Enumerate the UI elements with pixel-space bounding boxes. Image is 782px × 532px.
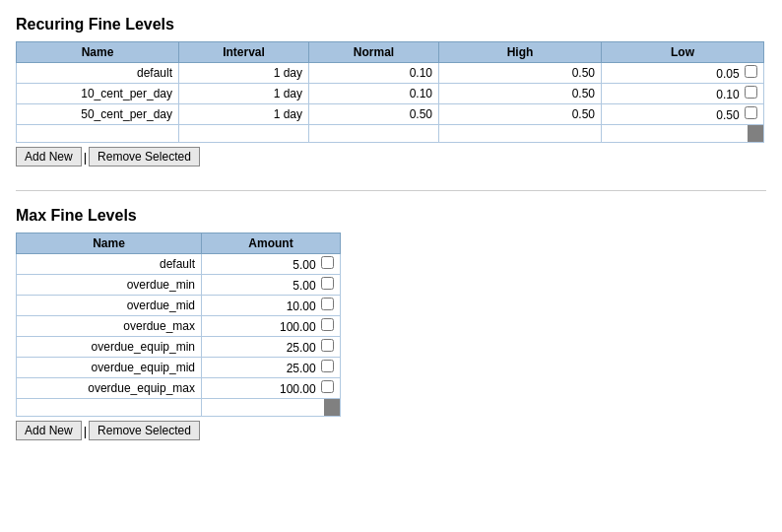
max-row-checkbox[interactable] (321, 380, 334, 393)
recurring-cell-low: 0.10 (602, 84, 764, 104)
max-cell-amount: 100.00 (202, 378, 341, 399)
max-cell-name: overdue_max (17, 316, 202, 337)
recurring-add-button[interactable]: Add New (16, 147, 82, 166)
recurring-cell-name: default (17, 63, 179, 84)
recurring-title: Recuring Fine Levels (16, 16, 766, 33)
max-cell-name: overdue_equip_max (17, 378, 202, 399)
max-empty-row (17, 399, 341, 417)
max-row-checkbox[interactable] (321, 256, 334, 269)
max-cell-name: overdue_equip_mid (17, 358, 202, 378)
max-toolbar: Add New | Remove Selected (16, 421, 766, 440)
recurring-remove-button[interactable]: Remove Selected (89, 147, 200, 166)
max-row-checkbox[interactable] (321, 298, 334, 310)
recurring-row: default 1 day 0.10 0.50 0.05 (17, 63, 764, 84)
recurring-row-checkbox[interactable] (745, 65, 757, 78)
max-section: Max Fine Levels Name Amount default 5.00… (16, 207, 766, 440)
recurring-col-name: Name (17, 42, 179, 63)
max-row-checkbox[interactable] (321, 360, 334, 372)
recurring-cell-high: 0.50 (439, 63, 602, 84)
recurring-cell-interval: 1 day (179, 84, 309, 104)
max-remove-button[interactable]: Remove Selected (89, 421, 200, 440)
recurring-section: Recuring Fine Levels Name Interval Norma… (16, 16, 766, 166)
max-cell-amount: 25.00 (202, 358, 341, 378)
recurring-cell-normal: 0.10 (309, 63, 439, 84)
recurring-row-checkbox[interactable] (745, 86, 757, 99)
recurring-row: 10_cent_per_day 1 day 0.10 0.50 0.10 (17, 84, 764, 104)
max-cell-name: default (17, 254, 202, 275)
max-row-checkbox[interactable] (321, 318, 334, 331)
max-row: overdue_min 5.00 (17, 275, 341, 296)
max-cell-amount: 100.00 (202, 316, 341, 337)
recurring-cell-low: 0.50 (602, 104, 764, 125)
max-cell-amount: 25.00 (202, 337, 341, 358)
recurring-cell-name: 10_cent_per_day (17, 84, 179, 104)
recurring-cell-high: 0.50 (439, 104, 602, 125)
recurring-col-low: Low (602, 42, 764, 63)
max-cell-name: overdue_min (17, 275, 202, 296)
recurring-table: Name Interval Normal High Low default 1 … (16, 41, 764, 143)
recurring-cell-interval: 1 day (179, 104, 309, 125)
recurring-cell-normal: 0.50 (309, 104, 439, 125)
max-row: overdue_mid 10.00 (17, 296, 341, 316)
max-col-name: Name (17, 233, 202, 254)
max-cell-amount: 5.00 (202, 275, 341, 296)
recurring-row: 50_cent_per_day 1 day 0.50 0.50 0.50 (17, 104, 764, 125)
recurring-col-normal: Normal (309, 42, 439, 63)
recurring-row-checkbox[interactable] (745, 106, 757, 119)
max-table: Name Amount default 5.00 overdue_min 5.0… (16, 233, 341, 417)
max-row-checkbox[interactable] (321, 339, 334, 352)
recurring-cell-name: 50_cent_per_day (17, 104, 179, 125)
max-title: Max Fine Levels (16, 207, 766, 225)
max-row: overdue_equip_max 100.00 (17, 378, 341, 399)
max-row: overdue_equip_mid 25.00 (17, 358, 341, 378)
max-cell-amount: 5.00 (202, 254, 341, 275)
max-row: overdue_max 100.00 (17, 316, 341, 337)
max-col-amount: Amount (202, 233, 341, 254)
max-add-button[interactable]: Add New (16, 421, 82, 440)
recurring-cell-normal: 0.10 (309, 84, 439, 104)
max-row: overdue_equip_min 25.00 (17, 337, 341, 358)
max-cell-name: overdue_mid (17, 296, 202, 316)
recurring-cell-low: 0.05 (602, 63, 764, 84)
recurring-cell-interval: 1 day (179, 63, 309, 84)
recurring-toolbar: Add New | Remove Selected (16, 147, 766, 166)
recurring-empty-row (17, 125, 764, 143)
max-cell-amount: 10.00 (202, 296, 341, 316)
max-cell-name: overdue_equip_min (17, 337, 202, 358)
recurring-cell-high: 0.50 (439, 84, 602, 104)
max-row: default 5.00 (17, 254, 341, 275)
max-row-checkbox[interactable] (321, 277, 334, 290)
recurring-col-interval: Interval (179, 42, 309, 63)
recurring-col-high: High (439, 42, 602, 63)
